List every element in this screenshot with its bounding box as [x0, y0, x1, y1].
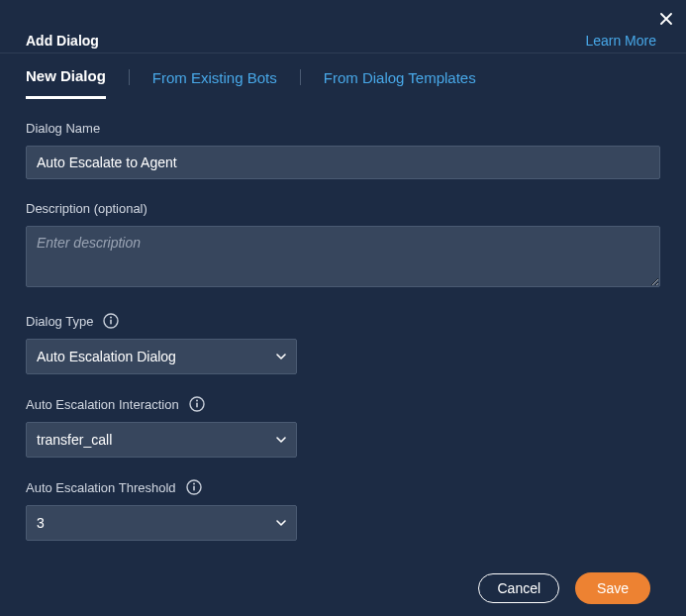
description-label: Description (optional)	[26, 201, 660, 216]
dialog-type-select[interactable]: Auto Escalation Dialog	[26, 339, 297, 374]
escalation-threshold-select[interactable]: 3	[26, 505, 297, 541]
field-escalation-interaction: Auto Escalation Interaction transfer_cal…	[26, 396, 660, 458]
escalation-threshold-label: Auto Escalation Threshold	[26, 480, 176, 495]
save-button[interactable]: Save	[575, 572, 650, 604]
dialog-type-value: Auto Escalation Dialog	[37, 349, 176, 364]
cancel-button[interactable]: Cancel	[478, 573, 559, 603]
tab-bar: New Dialog From Existing Bots From Dialo…	[0, 53, 686, 99]
svg-point-1	[110, 317, 112, 319]
info-icon[interactable]	[186, 479, 202, 495]
field-dialog-type: Dialog Type Auto Escalation Dialog	[26, 313, 660, 374]
tab-new-dialog[interactable]: New Dialog	[26, 67, 106, 99]
tab-divider	[300, 69, 301, 85]
dialog-title: Add Dialog	[26, 33, 99, 49]
escalation-interaction-label: Auto Escalation Interaction	[26, 397, 179, 412]
dialog-header: Add Dialog Learn More	[0, 0, 686, 53]
description-input[interactable]	[26, 226, 660, 287]
svg-rect-2	[111, 320, 113, 325]
svg-rect-8	[193, 486, 195, 491]
dialog-name-input[interactable]	[26, 146, 660, 179]
svg-point-4	[196, 400, 198, 402]
info-icon[interactable]	[103, 313, 119, 329]
tab-from-existing[interactable]: From Existing Bots	[152, 69, 277, 98]
tab-from-templates[interactable]: From Dialog Templates	[324, 69, 476, 98]
field-dialog-name: Dialog Name	[26, 121, 660, 179]
close-icon[interactable]	[660, 10, 672, 28]
escalation-interaction-value: transfer_call	[37, 432, 112, 448]
field-description: Description (optional)	[26, 201, 660, 291]
tab-divider	[129, 69, 130, 85]
svg-point-7	[193, 483, 195, 485]
learn-more-link[interactable]: Learn More	[585, 33, 656, 49]
escalation-threshold-value: 3	[37, 515, 45, 531]
field-escalation-threshold: Auto Escalation Threshold 3	[26, 479, 660, 541]
form-content: Dialog Name Description (optional) Dialo…	[0, 99, 686, 541]
svg-rect-5	[196, 403, 198, 408]
escalation-interaction-select[interactable]: transfer_call	[26, 422, 297, 458]
info-icon[interactable]	[189, 396, 205, 412]
dialog-type-label: Dialog Type	[26, 314, 93, 329]
dialog-footer: Cancel Save	[478, 572, 650, 604]
dialog-name-label: Dialog Name	[26, 121, 660, 136]
